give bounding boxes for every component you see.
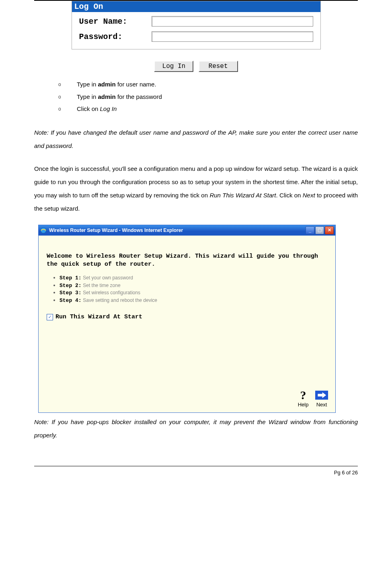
help-icon: ? (297, 390, 310, 401)
step-desc: Set the time zone (83, 283, 120, 288)
step-label: Step 4: (60, 297, 82, 304)
wizard-steps-list: Step 1: Set your own password Step 2: Se… (60, 274, 327, 304)
username-label: User Name: (79, 17, 152, 26)
body-text: . Click on (276, 192, 302, 199)
instruction-text: Type in (77, 81, 98, 88)
list-item: Step 2: Set the time zone (60, 282, 327, 289)
wizard-window: Wireless Router Setup Wizard - Windows I… (38, 225, 336, 413)
help-button[interactable]: ? Help (297, 390, 310, 408)
next-label: Next (316, 402, 327, 408)
next-arrow-icon (315, 390, 328, 401)
wizard-window-title: Wireless Router Setup Wizard - Windows I… (49, 228, 306, 233)
instruction-bold: admin (98, 93, 116, 100)
step-label: Step 2: (60, 283, 82, 289)
instruction-text: for user name. (116, 81, 156, 88)
page-footer: Pg 6 of 26 (0, 470, 358, 476)
list-item: Step 1: Set your own password (60, 274, 327, 282)
instruction-italic: Log In (100, 105, 117, 112)
body-paragraph: Once the login is successful, you'll see… (34, 162, 358, 215)
ie-icon (40, 227, 47, 234)
logon-title: Log On (72, 1, 320, 12)
password-input[interactable] (152, 31, 313, 42)
wizard-titlebar: Wireless Router Setup Wizard - Windows I… (39, 225, 335, 236)
step-desc: Save setting and reboot the device (83, 297, 157, 303)
instruction-bold: admin (98, 81, 116, 88)
body-italic: Next (303, 192, 315, 199)
step-desc: Set wireless configurations (83, 290, 140, 295)
step-label: Step 1: (60, 275, 82, 281)
minimize-icon[interactable]: _ (306, 226, 314, 234)
list-item: Click on Log In (58, 105, 358, 114)
list-item: Type in admin for the password (58, 92, 358, 102)
instruction-list: Type in admin for user name. Type in adm… (58, 80, 358, 114)
instruction-text: Click on (77, 105, 100, 112)
note-paragraph: Note: If you have pop-ups blocker instal… (34, 415, 358, 442)
step-label: Step 3: (60, 290, 82, 296)
wizard-intro: Welcome to Wireless Router Setup Wizard.… (47, 252, 327, 269)
list-item: Step 3: Set wireless configurations (60, 289, 327, 297)
login-button[interactable]: Log In (154, 61, 193, 72)
run-wizard-label: Run This Wizard At Start (55, 314, 142, 320)
instruction-text: Type in (77, 93, 98, 100)
instruction-text: for the password (116, 93, 162, 100)
password-label: Password: (79, 32, 152, 41)
username-input[interactable] (152, 16, 313, 27)
logon-panel: Log On User Name: Password: (72, 1, 321, 49)
maximize-icon: ▢ (315, 226, 324, 234)
list-item: Type in admin for user name. (58, 80, 358, 89)
body-italic: Run This Wizard At Start (209, 192, 276, 199)
svg-text:?: ? (300, 390, 306, 401)
note-paragraph: Note: If you have changed the default us… (34, 126, 358, 152)
reset-button[interactable]: Reset (199, 61, 238, 72)
wizard-checkbox-row: ✓ Run This Wizard At Start (47, 314, 327, 320)
close-icon[interactable]: ✕ (325, 226, 334, 234)
list-item: Step 4: Save setting and reboot the devi… (60, 297, 327, 304)
run-wizard-checkbox[interactable]: ✓ (47, 314, 53, 320)
help-label: Help (298, 402, 309, 408)
next-button[interactable]: Next (315, 390, 328, 408)
wizard-body: Welcome to Wireless Router Setup Wizard.… (39, 236, 335, 412)
step-desc: Set your own password (83, 275, 133, 281)
